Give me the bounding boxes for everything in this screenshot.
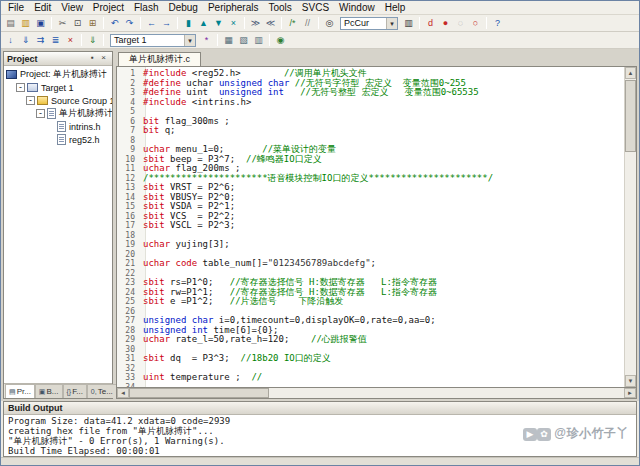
find-icon[interactable]: ◎ [322,16,337,30]
tree-node-source-group-1[interactable]: -Source Group 1 [4,94,112,107]
clear-bookmarks-icon[interactable]: × [226,16,241,30]
scroll-left-button[interactable] [117,388,129,398]
batch-build-icon[interactable]: ≣ [48,33,63,47]
build-icon[interactable]: ⇓ [18,33,33,47]
scroll-right-button[interactable] [624,388,636,398]
menu-project[interactable]: Project [88,1,129,14]
code-line[interactable]: 21uchar code table_num[]="0123456789abcd… [117,259,624,269]
toolbar-separator [269,34,270,46]
kill-breakpoints-icon[interactable]: ○ [468,16,483,30]
redo-icon[interactable]: ↷ [122,16,137,30]
line-number: 18 [117,231,141,241]
tree-node-project-root[interactable]: Project: 单片机脉搏计 [4,68,112,81]
panel-pin-button[interactable]: ▪ [87,53,98,64]
code-line[interactable]: 19uchar yujing[3]; [117,240,624,250]
horizontal-scrollbar-thumb[interactable] [129,388,269,398]
panel-tab-project[interactable]: ▤Pr... [5,384,35,398]
save-icon[interactable]: ▣ [33,16,48,30]
navigate-forward-icon[interactable]: → [159,16,174,30]
file-extensions-icon[interactable]: ▧ [236,33,251,47]
project-tree: Project: 单片机脉搏计-Target 1-Source Group 1-… [4,66,112,383]
new-file-icon[interactable]: ▤ [3,16,18,30]
chevron-down-icon[interactable]: ▾ [386,18,397,29]
menu-view[interactable]: View [56,1,88,14]
editor-tab[interactable]: 单片机脉搏计.c [118,52,201,66]
paste-icon[interactable]: ⊞ [85,16,100,30]
indent-icon[interactable]: ≫ [248,16,263,30]
navigate-back-icon[interactable]: ← [144,16,159,30]
target-icon [27,83,38,92]
start-stop-debug-icon[interactable]: d [423,16,438,30]
outdent-icon[interactable]: ≪ [263,16,278,30]
simulate-icon[interactable]: ◉ [273,33,288,47]
menu-edit[interactable]: Edit [29,1,56,14]
next-bookmark-icon[interactable]: ▼ [211,16,226,30]
menu-tools[interactable]: Tools [264,1,297,14]
expand-collapse-icon[interactable]: - [16,83,25,92]
code-line[interactable]: 31sbit dq = P3^3; //18b20 IO口的定义 [117,354,624,364]
vertical-scrollbar-thumb[interactable] [625,80,636,152]
download-icon[interactable]: ⇓ [85,33,100,47]
tree-node-main-source-file[interactable]: -单片机脉搏计.c [4,107,112,120]
copy-icon[interactable]: ⊡ [70,16,85,30]
code-line[interactable]: 17sbit VSCL = P2^3; [117,221,624,231]
stop-build-icon[interactable]: × [63,33,78,47]
help-icon[interactable]: ? [490,16,505,30]
toolbar-separator [486,17,487,29]
rebuild-icon[interactable]: ⇉ [33,33,48,47]
target-combo[interactable]: Target 1▾ [110,34,196,47]
project-tab-icon: ▤ [9,388,16,396]
panel-tab-label: Te... [98,387,113,396]
expand-collapse-icon[interactable]: - [36,109,45,118]
scroll-down-button[interactable] [625,375,636,387]
menu-svcs[interactable]: SVCS [297,1,334,14]
books-icon[interactable]: ▥ [251,33,266,47]
editor-horizontal-scrollbar[interactable] [116,388,637,399]
insert-breakpoint-icon[interactable]: ● [438,16,453,30]
code-line[interactable]: 7bit q; [117,126,624,136]
find-in-files-icon[interactable]: ▥ [401,16,416,30]
scroll-up-button[interactable] [625,67,636,79]
bookmark-icon[interactable]: ▮ [181,16,196,30]
prev-bookmark-icon[interactable]: ▲ [196,16,211,30]
line-number: 32 [117,364,141,374]
tree-node-intrins-header[interactable]: intrins.h [4,120,112,133]
tree-node-target-1[interactable]: -Target 1 [4,81,112,94]
watermark: ▶✿ @珍小竹子丫 [523,425,629,442]
code-line[interactable]: 34 [117,383,624,388]
menu-flash[interactable]: Flash [129,1,163,14]
comment-icon[interactable]: /* [285,16,300,30]
uncomment-icon[interactable]: // [300,16,315,30]
line-number: 8 [117,136,141,146]
search-combo[interactable]: PcCur▾ [340,17,398,30]
manage-project-items-icon[interactable]: ▦ [221,33,236,47]
code-line[interactable]: 4#include <intrins.h> [117,98,624,108]
tree-node-reg52-header[interactable]: reg52.h [4,133,112,146]
menu-window[interactable]: Window [334,1,380,14]
menu-debug[interactable]: Debug [163,1,202,14]
line-number: 7 [117,126,141,136]
disable-breakpoint-icon[interactable]: ◌ [453,16,468,30]
menu-file[interactable]: File [3,1,29,14]
menu-help[interactable]: Help [380,1,411,14]
panel-tab-functions[interactable]: {}F... [63,384,87,398]
code-editor[interactable]: 1#include <reg52.h> //调用单片机头文件2#define u… [116,66,637,388]
chevron-down-icon[interactable]: ▾ [184,35,195,46]
panel-close-button[interactable]: × [98,53,109,64]
code-line[interactable]: 25sbit e =P1^2; //片选信号 下降沿触发 [117,297,624,307]
undo-icon[interactable]: ↶ [107,16,122,30]
editor-vertical-scrollbar[interactable] [624,67,636,387]
build-output-title: Build Output [8,403,62,413]
line-number: 15 [117,202,141,212]
code-line[interactable]: 33uint temperature ; // [117,373,624,383]
open-icon[interactable]: ▥ [18,16,33,30]
cut-icon[interactable]: ✂ [55,16,70,30]
menu-peripherals[interactable]: Peripherals [203,1,264,14]
translate-icon[interactable]: ↓ [3,33,18,47]
line-number: 17 [117,221,141,231]
panel-tab-books[interactable]: ▣B... [35,384,63,398]
options-for-target-icon[interactable]: * [199,33,214,47]
code-line[interactable]: 29uchar rate_l=50,rate_h=120; //心跳报警值 [117,335,624,345]
expand-collapse-icon[interactable]: - [26,96,35,105]
code-line[interactable]: 6bit flag_300ms ; [117,117,624,127]
